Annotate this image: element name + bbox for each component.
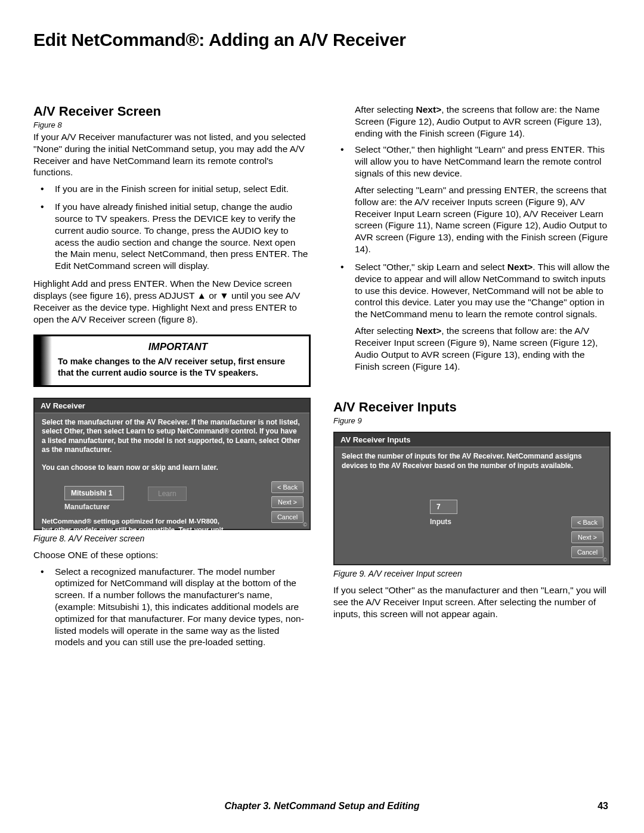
list-item: Select "Other," skip Learn and select Ne… [333, 261, 611, 372]
page-number: 43 [597, 801, 608, 812]
av-receiver-dialog: AV Receiver Select the manufacturer of t… [33, 398, 311, 530]
inputs-select[interactable]: 7 [430, 500, 457, 514]
back-button[interactable]: < Back [571, 516, 603, 528]
dialog-hint: Select the number of inputs for the AV R… [342, 452, 602, 470]
figure-8-label: Figure 8 [33, 120, 311, 129]
list-item: If you have already finished initial set… [33, 201, 311, 272]
dialog-hint: Select the manufacturer of the AV Receiv… [42, 418, 302, 455]
heading-av-receiver-screen: A/V Receiver Screen [33, 104, 311, 119]
bullet-text: If you have already finished initial set… [55, 202, 308, 271]
dialog-title: AV Receiver [35, 399, 309, 413]
figure-9-caption: Figure 9. A/V receiver Input screen [333, 569, 611, 578]
important-callout: IMPORTANT To make changes to the A/V rec… [33, 335, 311, 386]
two-column-layout: A/V Receiver Screen Figure 8 If your A/V… [33, 104, 611, 654]
left-column: A/V Receiver Screen Figure 8 If your A/V… [33, 104, 311, 654]
bullet-sub-text: After selecting "Learn" and pressing ENT… [355, 184, 611, 255]
inputs-label: Inputs [430, 518, 451, 526]
after-next-paragraph: After selecting Next>, the screens that … [333, 104, 611, 139]
options-list-left: Select a recognized manufacturer. The mo… [33, 566, 311, 649]
right-column: After selecting Next>, the screens that … [333, 104, 611, 654]
list-item: Select a recognized manufacturer. The mo… [33, 566, 311, 649]
dialog-title: AV Receiver Inputs [335, 433, 609, 447]
learn-button[interactable]: Learn [148, 487, 187, 501]
next-button[interactable]: Next > [271, 496, 304, 508]
cancel-button[interactable]: Cancel [271, 511, 304, 523]
corner-mark-icon: © [303, 522, 307, 528]
heading-av-receiver-inputs: A/V Receiver Inputs [333, 400, 611, 415]
back-button[interactable]: < Back [271, 481, 304, 493]
important-text: To make changes to the A/V receiver setu… [58, 356, 298, 377]
corner-mark-icon: © [603, 557, 607, 563]
dialog-footnote: NetCommand® settings optimized for model… [35, 513, 237, 535]
dialog-learn-note: You can choose to learn now or skip and … [42, 463, 302, 473]
list-item: Select "Other," then highlight "Learn" a… [333, 144, 611, 255]
page-title: Edit NetCommand®: Adding an A/V Receiver [33, 30, 611, 50]
bullet-sub-text: After selecting Next>, the screens that … [355, 325, 611, 372]
highlight-add-paragraph: Highlight Add and press ENTER. When the … [33, 278, 311, 325]
intro-paragraph: If your A/V Receiver manufacturer was no… [33, 131, 311, 178]
closing-paragraph: If you select "Other" as the manufacture… [333, 584, 611, 620]
manufacturer-label: Manufacturer [64, 503, 124, 511]
important-title: IMPORTANT [58, 341, 298, 353]
choose-one-paragraph: Choose ONE of these options: [33, 549, 311, 561]
av-receiver-inputs-dialog: AV Receiver Inputs Select the number of … [333, 432, 611, 565]
chapter-label: Chapter 3. NetCommand Setup and Editing [224, 801, 419, 811]
setup-bullet-list: If you are in the Finish screen for init… [33, 183, 311, 272]
bullet-text: Select "Other," then highlight "Learn" a… [355, 144, 605, 178]
options-list-right: Select "Other," then highlight "Learn" a… [333, 144, 611, 372]
page-footer: Chapter 3. NetCommand Setup and Editing … [0, 801, 644, 812]
callout-stripe [35, 336, 52, 385]
bullet-text: Select "Other," skip Learn and select Ne… [355, 262, 609, 319]
list-item: If you are in the Finish screen for init… [33, 183, 311, 195]
cancel-button[interactable]: Cancel [571, 546, 603, 558]
figure-9-label: Figure 9 [333, 416, 611, 425]
manufacturer-select[interactable]: Mitsubishi 1 [64, 486, 124, 500]
bullet-text: If you are in the Finish screen for init… [55, 184, 289, 194]
manufacturer-field: Mitsubishi 1 Manufacturer [64, 486, 124, 511]
next-button[interactable]: Next > [571, 531, 603, 543]
bullet-text: Select a recognized manufacturer. The mo… [55, 566, 304, 648]
